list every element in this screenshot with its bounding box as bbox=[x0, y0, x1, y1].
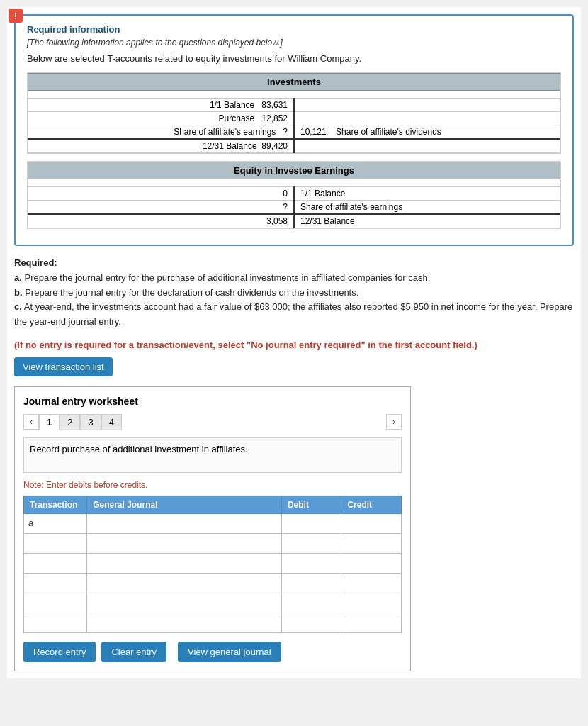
record-entry-button[interactable]: Record entry bbox=[23, 642, 96, 662]
cell-credit-4[interactable] bbox=[341, 573, 402, 593]
view-transaction-list-button[interactable]: View transaction list bbox=[14, 357, 113, 376]
journal-table-header-row: Transaction General Journal Debit Credit bbox=[24, 496, 402, 513]
investments-right-2 bbox=[294, 112, 560, 125]
cell-credit-2[interactable] bbox=[341, 533, 402, 553]
cell-journal-3[interactable] bbox=[87, 553, 282, 573]
equity-row-3: 3,058 12/31 Balance bbox=[28, 214, 560, 228]
col-debit: Debit bbox=[281, 496, 341, 513]
tab-3[interactable]: 3 bbox=[80, 414, 101, 430]
investments-left-2: Purchase 12,852 bbox=[28, 112, 295, 125]
required-section: Required: a. Prepare the journal entry f… bbox=[14, 256, 574, 330]
debit-input-4[interactable] bbox=[286, 578, 337, 588]
cell-transaction-3 bbox=[24, 553, 87, 573]
cell-journal-6[interactable] bbox=[87, 613, 282, 632]
tab-1[interactable]: 1 bbox=[39, 414, 60, 430]
cell-transaction-6 bbox=[24, 613, 87, 632]
equity-row-2: ? Share of affiliate's earnings bbox=[28, 201, 560, 215]
cell-debit-3[interactable] bbox=[281, 553, 341, 573]
cell-journal-4[interactable] bbox=[87, 573, 282, 593]
cell-credit-3[interactable] bbox=[341, 553, 402, 573]
buttons-row: Record entry Clear entry View general jo… bbox=[23, 642, 402, 662]
required-label: Required: bbox=[14, 257, 57, 268]
credit-input-3[interactable] bbox=[346, 558, 397, 568]
equity-left-3: 3,058 bbox=[28, 214, 295, 228]
investments-right-3: 10,121 Share of affiliate's dividends bbox=[294, 125, 560, 140]
credit-input-5[interactable] bbox=[346, 598, 397, 608]
investments-header: Investments bbox=[28, 74, 560, 91]
investments-left-1: 1/1 Balance 83,631 bbox=[28, 99, 295, 112]
cell-debit-2[interactable] bbox=[281, 533, 341, 553]
investments-t-account: Investments 1/1 Balance 83,631 Purchase … bbox=[27, 72, 561, 154]
investments-right-1 bbox=[294, 99, 560, 112]
transaction-description: Record purchase of additional investment… bbox=[23, 437, 402, 473]
cell-credit-1[interactable] bbox=[341, 513, 402, 533]
equity-row-1: 0 1/1 Balance bbox=[28, 187, 560, 201]
tab-prev-arrow[interactable]: ‹ bbox=[23, 414, 39, 430]
required-info-title: Required information bbox=[27, 24, 561, 35]
cell-transaction-a: a bbox=[24, 513, 87, 533]
journal-worksheet-title: Journal entry worksheet bbox=[23, 396, 402, 407]
debit-input-3[interactable] bbox=[286, 558, 337, 568]
table-row bbox=[24, 613, 402, 632]
clear-entry-button[interactable]: Clear entry bbox=[101, 642, 166, 662]
equity-header: Equity in Investee Earnings bbox=[28, 162, 560, 179]
required-info-desc: Below are selected T-accounts related to… bbox=[27, 53, 561, 64]
equity-body-table: 0 1/1 Balance ? Share of affiliate's ear… bbox=[28, 186, 560, 228]
cell-journal-1[interactable] bbox=[87, 513, 282, 533]
investments-left-3: Share of affiliate's earnings ? bbox=[28, 125, 295, 140]
credit-input-2[interactable] bbox=[346, 538, 397, 548]
table-row bbox=[24, 573, 402, 593]
note-text: Note: Enter debits before credits. bbox=[23, 480, 402, 490]
warning-text: (If no entry is required for a transacti… bbox=[14, 340, 574, 350]
col-credit: Credit bbox=[341, 496, 402, 513]
cell-journal-5[interactable] bbox=[87, 593, 282, 613]
journal-input-4[interactable] bbox=[91, 578, 277, 588]
journal-table: Transaction General Journal Debit Credit… bbox=[23, 496, 402, 633]
cell-debit-5[interactable] bbox=[281, 593, 341, 613]
cell-debit-4[interactable] bbox=[281, 573, 341, 593]
journal-input-2[interactable] bbox=[91, 538, 277, 548]
investments-row-4: 12/31 Balance 89,420 bbox=[28, 139, 560, 153]
req-b: b. Prepare the journal entry for the dec… bbox=[14, 287, 358, 298]
debit-input-2[interactable] bbox=[286, 538, 337, 548]
journal-input-6[interactable] bbox=[91, 618, 277, 627]
debit-input-6[interactable] bbox=[286, 618, 337, 627]
journal-input-3[interactable] bbox=[91, 558, 277, 568]
required-info-box: ! Required information [The following in… bbox=[14, 14, 574, 246]
tab-navigation: ‹ 1 2 3 4 › bbox=[23, 414, 402, 430]
table-row bbox=[24, 533, 402, 553]
table-row: a bbox=[24, 513, 402, 533]
col-general-journal: General Journal bbox=[87, 496, 282, 513]
cell-debit-1[interactable] bbox=[281, 513, 341, 533]
equity-right-1: 1/1 Balance bbox=[294, 187, 560, 201]
debit-input-5[interactable] bbox=[286, 598, 337, 608]
table-row bbox=[24, 593, 402, 613]
journal-input-5[interactable] bbox=[91, 598, 277, 608]
investments-row-2: Purchase 12,852 bbox=[28, 112, 560, 125]
cell-transaction-2 bbox=[24, 533, 87, 553]
credit-input-4[interactable] bbox=[346, 578, 397, 588]
cell-transaction-4 bbox=[24, 573, 87, 593]
journal-input-1[interactable] bbox=[91, 518, 277, 528]
cell-journal-2[interactable] bbox=[87, 533, 282, 553]
credit-input-6[interactable] bbox=[346, 618, 397, 627]
tab-4[interactable]: 4 bbox=[101, 414, 122, 430]
cell-credit-5[interactable] bbox=[341, 593, 402, 613]
investments-header-table: Investments bbox=[28, 73, 560, 91]
view-general-journal-button[interactable]: View general journal bbox=[178, 642, 281, 662]
equity-left-1: 0 bbox=[28, 187, 295, 201]
credit-input-1[interactable] bbox=[346, 518, 397, 528]
tab-next-arrow[interactable]: › bbox=[386, 414, 402, 430]
cell-debit-6[interactable] bbox=[281, 613, 341, 632]
tab-2[interactable]: 2 bbox=[60, 414, 80, 430]
required-info-subtitle: [The following information applies to th… bbox=[27, 38, 561, 48]
investments-left-4: 12/31 Balance 89,420 bbox=[28, 139, 295, 153]
equity-left-2: ? bbox=[28, 201, 295, 215]
investments-row-3: Share of affiliate's earnings ? 10,121 S… bbox=[28, 125, 560, 140]
investments-right-4 bbox=[294, 139, 560, 153]
exclamation-icon: ! bbox=[9, 9, 23, 23]
page-container: ! Required information [The following in… bbox=[7, 7, 581, 678]
investments-row-1: 1/1 Balance 83,631 bbox=[28, 99, 560, 112]
cell-credit-6[interactable] bbox=[341, 613, 402, 632]
debit-input-1[interactable] bbox=[286, 518, 337, 528]
